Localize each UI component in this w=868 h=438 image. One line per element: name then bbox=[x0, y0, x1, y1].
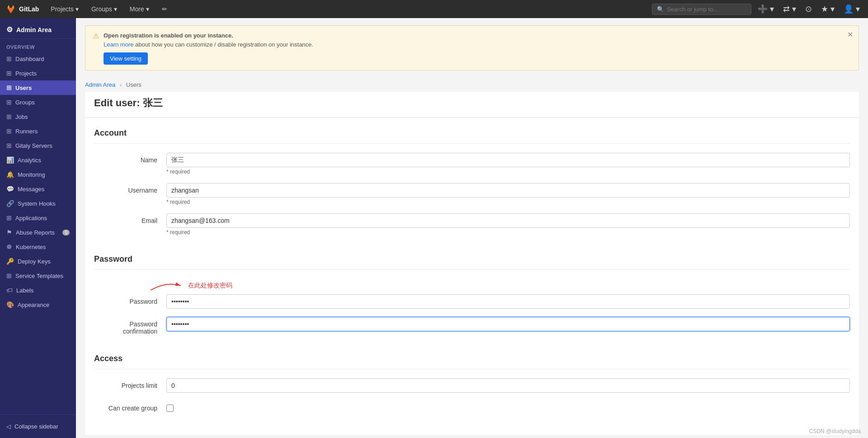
email-label: Email bbox=[94, 213, 166, 224]
user-avatar-btn[interactable]: 👤 ▾ bbox=[841, 2, 863, 16]
projects-limit-input[interactable] bbox=[166, 378, 850, 393]
breadcrumb-admin-area[interactable]: Admin Area bbox=[85, 81, 115, 88]
merge-request-icon-btn[interactable]: ⇄ ▾ bbox=[780, 2, 799, 16]
sidebar-item-label: Analytics bbox=[18, 157, 41, 164]
sidebar-item-label: Projects bbox=[15, 70, 37, 77]
nav-projects[interactable]: Projects ▾ bbox=[46, 4, 83, 14]
projects-icon: ⊞ bbox=[6, 70, 12, 77]
access-section-title: Access bbox=[94, 343, 850, 369]
name-field: * required bbox=[166, 153, 850, 175]
sidebar-item-runners[interactable]: ⊞ Runners bbox=[0, 124, 76, 138]
applications-icon: ⊞ bbox=[6, 214, 12, 221]
sidebar-item-label: Kubernetes bbox=[16, 244, 46, 250]
can-create-group-checkbox[interactable] bbox=[166, 405, 174, 412]
alert-close-button[interactable]: ✕ bbox=[847, 30, 853, 39]
email-input[interactable] bbox=[166, 213, 850, 228]
nav-more[interactable]: More ▾ bbox=[125, 4, 154, 14]
admin-icon: ⚙ bbox=[6, 25, 13, 34]
sidebar-item-groups[interactable]: ⊞ Groups bbox=[0, 95, 76, 109]
page-header: Edit user: 张三 bbox=[85, 92, 859, 118]
nav-groups[interactable]: Groups ▾ bbox=[87, 4, 122, 14]
name-label: Name bbox=[94, 153, 166, 164]
name-input[interactable] bbox=[166, 153, 850, 167]
name-row: Name * required bbox=[94, 153, 850, 175]
alert-text: Open registration is enabled on your ins… bbox=[104, 31, 313, 40]
sidebar-item-labels[interactable]: 🏷 Labels bbox=[0, 283, 76, 297]
password-confirm-input[interactable] bbox=[166, 317, 850, 331]
page-title: Edit user: 张三 bbox=[94, 96, 850, 110]
sidebar-item-label: Messages bbox=[18, 186, 44, 193]
password-confirm-field bbox=[166, 317, 850, 331]
username-input[interactable] bbox=[166, 183, 850, 198]
nav-edit-icon[interactable]: ✏ bbox=[157, 4, 172, 14]
alert-banner: ⚠ Open registration is enabled on your i… bbox=[85, 25, 859, 71]
password-input[interactable] bbox=[166, 294, 850, 309]
navbar-right: 🔍 ➕ ▾ ⇄ ▾ ⊙ ★ ▾ 👤 ▾ bbox=[652, 2, 863, 16]
messages-icon: 💬 bbox=[6, 185, 14, 193]
alert-sub-text: about how you can customize / disable re… bbox=[135, 41, 313, 48]
search-icon: 🔍 bbox=[657, 6, 664, 13]
password-field bbox=[166, 294, 850, 309]
star-icon-btn[interactable]: ★ ▾ bbox=[818, 2, 837, 16]
sidebar-item-label: Labels bbox=[16, 287, 33, 294]
jobs-icon: ⊞ bbox=[6, 113, 12, 120]
collapse-label: Collapse sidebar bbox=[14, 423, 58, 430]
sidebar-item-label: Monitoring bbox=[18, 171, 45, 178]
sidebar-item-label: Runners bbox=[15, 128, 38, 135]
kubernetes-icon: ☸ bbox=[6, 243, 12, 250]
sidebar-item-label: Jobs bbox=[15, 113, 28, 120]
sidebar-item-appearance[interactable]: 🎨 Appearance bbox=[0, 297, 76, 312]
search-input[interactable] bbox=[667, 6, 744, 13]
plus-icon-btn[interactable]: ➕ ▾ bbox=[755, 2, 777, 16]
monitoring-icon: 🔔 bbox=[6, 171, 14, 178]
system-hooks-icon: 🔗 bbox=[6, 200, 14, 207]
email-row: Email * required bbox=[94, 213, 850, 235]
account-section-title: Account bbox=[94, 118, 850, 144]
username-required-hint: * required bbox=[166, 199, 850, 205]
sidebar-item-service-templates[interactable]: ⊞ Service Templates bbox=[0, 268, 76, 283]
view-setting-button[interactable]: View setting bbox=[104, 52, 148, 65]
gitaly-icon: ⊞ bbox=[6, 142, 12, 149]
sidebar-item-gitaly-servers[interactable]: ⊞ Gitaly Servers bbox=[0, 138, 76, 153]
sidebar-item-label: Users bbox=[15, 85, 32, 91]
alert-learn-more-link[interactable]: Learn more bbox=[104, 41, 133, 48]
alert-body: Open registration is enabled on your ins… bbox=[104, 31, 313, 65]
sidebar-item-dashboard[interactable]: ⊞ Dashboard bbox=[0, 52, 76, 66]
issue-icon-btn[interactable]: ⊙ bbox=[802, 2, 815, 16]
sidebar-item-label: Dashboard bbox=[15, 56, 44, 62]
abuse-reports-badge: 0 bbox=[62, 230, 70, 235]
appearance-icon: 🎨 bbox=[6, 301, 14, 308]
sidebar-item-label: Abuse Reports bbox=[16, 229, 55, 236]
top-navbar: GitLab Projects ▾ Groups ▾ More ▾ ✏ 🔍 ➕ … bbox=[0, 0, 868, 18]
brand-logo[interactable]: GitLab bbox=[5, 4, 39, 14]
chevron-down-icon: ▾ bbox=[114, 5, 117, 13]
labels-icon: 🏷 bbox=[6, 287, 13, 294]
search-bar[interactable]: 🔍 bbox=[652, 4, 751, 15]
groups-icon: ⊞ bbox=[6, 99, 12, 106]
password-annotation: 在此处修改密码 bbox=[94, 279, 850, 292]
collapse-sidebar-btn[interactable]: ◁ Collapse sidebar bbox=[0, 419, 76, 433]
projects-limit-row: Projects limit bbox=[94, 378, 850, 393]
sidebar-item-deploy-keys[interactable]: 🔑 Deploy Keys bbox=[0, 254, 76, 268]
breadcrumb: Admin Area › Users bbox=[76, 78, 868, 92]
service-templates-icon: ⊞ bbox=[6, 272, 12, 279]
sidebar-item-analytics[interactable]: 📊 Analytics bbox=[0, 153, 76, 167]
sidebar-item-users[interactable]: ⊞ Users bbox=[0, 80, 76, 95]
sidebar-item-applications[interactable]: ⊞ Applications bbox=[0, 211, 76, 225]
sidebar-item-messages[interactable]: 💬 Messages bbox=[0, 182, 76, 196]
username-field: * required bbox=[166, 183, 850, 205]
sidebar-item-abuse-reports[interactable]: ⚑ Abuse Reports 0 bbox=[0, 225, 76, 240]
password-confirm-label: Password confirmation bbox=[94, 317, 166, 335]
sidebar-item-monitoring[interactable]: 🔔 Monitoring bbox=[0, 167, 76, 182]
sidebar-item-projects[interactable]: ⊞ Projects bbox=[0, 66, 76, 80]
password-label: Password bbox=[94, 294, 166, 305]
sidebar-item-kubernetes[interactable]: ☸ Kubernetes bbox=[0, 240, 76, 254]
watermark: CSDN @studyingdda bbox=[809, 428, 861, 434]
sidebar-item-jobs[interactable]: ⊞ Jobs bbox=[0, 109, 76, 124]
red-arrow-icon bbox=[148, 279, 184, 292]
name-required-hint: * required bbox=[166, 169, 850, 175]
email-field: * required bbox=[166, 213, 850, 235]
sidebar-item-system-hooks[interactable]: 🔗 System Hooks bbox=[0, 196, 76, 211]
email-required-hint: * required bbox=[166, 229, 850, 235]
sidebar-item-label: Applications bbox=[15, 215, 47, 221]
